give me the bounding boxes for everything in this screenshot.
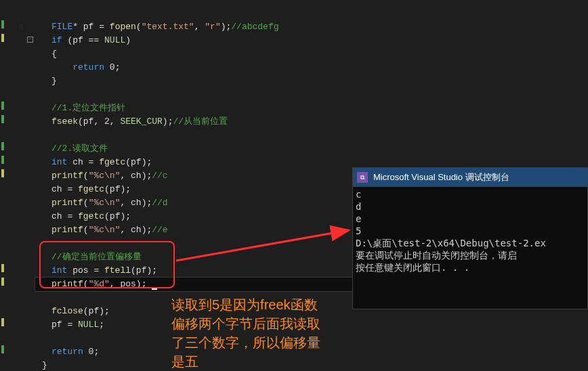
fold-column: - <box>26 0 35 371</box>
console-title-text: Microsoft Visual Studio 调试控制台 <box>373 171 509 183</box>
code-line: { <box>35 47 588 61</box>
console-titlebar[interactable]: ⧉ Microsoft Visual Studio 调试控制台 <box>353 168 587 187</box>
code-line: if (pf == NULL) <box>35 34 588 47</box>
code-line: FILE* pf = fopen("text.txt", "r");//abcd… <box>35 20 588 34</box>
line-number-gutter: 9 <box>7 0 26 371</box>
caret-icon <box>152 288 157 290</box>
annotation-text: 读取到5是因为freek函数 偏移两个字节后面我读取 了三个数字，所以偏移量 是… <box>171 295 320 371</box>
fold-minus-icon[interactable]: - <box>27 37 33 43</box>
marker-column <box>0 0 7 371</box>
code-line <box>35 88 588 102</box>
annotation-line: 偏移两个字节后面我读取 <box>171 314 320 333</box>
vs-app-icon: ⧉ <box>357 172 368 183</box>
console-line: e <box>356 213 585 225</box>
debug-console-window[interactable]: ⧉ Microsoft Visual Studio 调试控制台 c d e 5 … <box>352 167 588 309</box>
console-line: 要在调试停止时自动关闭控制台，请启 <box>356 249 585 261</box>
code-line: //1.定位文件指针 <box>35 102 588 115</box>
code-line: //2.读取文件 <box>35 142 588 156</box>
console-line: 5 <box>356 225 585 237</box>
console-line: D:\桌面\test-2\x64\Debug\test-2.ex <box>356 237 585 249</box>
annotation-line: 是五 <box>171 352 320 371</box>
console-line: d <box>356 200 585 213</box>
annotation-line: 了三个数字，所以偏移量 <box>171 333 320 352</box>
console-output: c d e 5 D:\桌面\test-2\x64\Debug\test-2.ex… <box>353 187 587 275</box>
console-line: 按任意键关闭此窗口. . . <box>356 261 585 274</box>
code-line <box>35 129 588 142</box>
code-line: return 0; <box>35 61 588 74</box>
annotation-line: 读取到5是因为freek函数 <box>171 295 320 314</box>
console-line: c <box>356 188 585 200</box>
code-line: fseek(pf, 2, SEEK_CUR);//从当前位置 <box>35 115 588 129</box>
code-line: } <box>35 74 588 88</box>
